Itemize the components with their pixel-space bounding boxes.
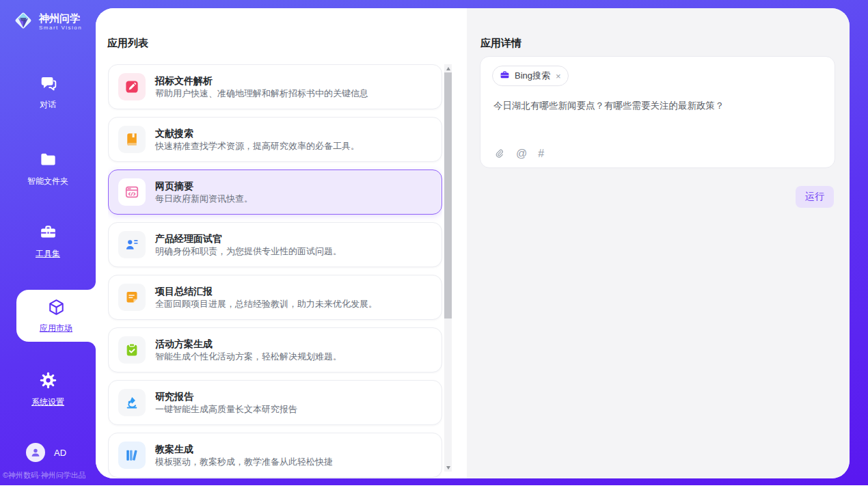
clipboard-check-icon bbox=[118, 336, 146, 364]
app-card-description: 帮助用户快速、准确地理解和解析招标书中的关键信息 bbox=[155, 89, 368, 98]
app-card-title: 教案生成 bbox=[155, 444, 333, 454]
sticky-note-icon bbox=[118, 284, 146, 311]
sidebar-item-label: 智能文件夹 bbox=[27, 176, 68, 187]
app-card-3[interactable]: 网页摘要每日政府新闻资讯快查。 bbox=[108, 170, 442, 215]
sidebar-item-4[interactable]: 应用市场 bbox=[16, 290, 96, 342]
brand-logo: 神州问学 Smart Vision bbox=[12, 10, 82, 34]
prompt-input[interactable]: 今日湖北有哪些新闻要点？有哪些需要关注的最新政策？ bbox=[493, 99, 822, 113]
scrollbar-thumb[interactable] bbox=[444, 72, 452, 318]
app-list-scrollbar[interactable] bbox=[444, 64, 452, 472]
toolbox-icon bbox=[39, 223, 57, 244]
app-card-title: 研究报告 bbox=[155, 392, 297, 401]
sidebar-item-label: 对话 bbox=[40, 99, 56, 111]
app-card-2[interactable]: 文献搜索快速精准查找学术资源，提高研究效率的必备工具。 bbox=[108, 117, 442, 162]
edit-square-icon bbox=[118, 73, 146, 100]
app-list-pane: 应用列表 招标文件解析帮助用户快速、准确地理解和解析招标书中的关键信息 文献搜索… bbox=[96, 8, 467, 478]
user-profile[interactable]: AD bbox=[26, 443, 66, 462]
app-card-5[interactable]: 项目总结汇报全面回顾项目进展，总结经验教训，助力未来优化发展。 bbox=[108, 275, 442, 320]
app-list: 招标文件解析帮助用户快速、准确地理解和解析招标书中的关键信息 文献搜索快速精准查… bbox=[108, 64, 442, 478]
triangle-up-icon bbox=[446, 67, 450, 70]
app-list-title: 应用列表 bbox=[107, 37, 148, 50]
user-name: AD bbox=[54, 448, 66, 458]
sidebar-item-label: 应用市场 bbox=[40, 323, 72, 334]
briefcase-icon bbox=[500, 70, 510, 83]
run-button[interactable]: 运行 bbox=[796, 186, 834, 208]
app-card-title: 招标文件解析 bbox=[155, 76, 368, 85]
sidebar: 神州问学 Smart Vision 对话 智能文件夹 工具集 应用市场 系统设置… bbox=[0, 0, 96, 485]
sidebar-item-label: 工具集 bbox=[36, 248, 60, 260]
app-detail-pane: 应用详情 Bing搜索 × 今日湖北有哪些新闻要点？有哪些需要关注的最新政策？ … bbox=[467, 8, 850, 478]
composer-toolbar: @ # bbox=[493, 148, 544, 159]
app-card-1[interactable]: 招标文件解析帮助用户快速、准确地理解和解析招标书中的关键信息 bbox=[108, 64, 442, 109]
browser-code-icon bbox=[118, 178, 146, 206]
copyright-footer: ©神州数码·神州问学出品 bbox=[3, 470, 96, 480]
app-card-description: 每日政府新闻资讯快查。 bbox=[155, 194, 253, 203]
tool-chip-bing-search[interactable]: Bing搜索 × bbox=[492, 66, 569, 86]
gem-logo-icon bbox=[12, 10, 34, 34]
books-icon bbox=[118, 442, 146, 469]
triangle-down-icon bbox=[446, 466, 450, 470]
app-card-6[interactable]: 活动方案生成智能生成个性化活动方案，轻松解决规划难题。 bbox=[108, 327, 442, 372]
app-card-title: 文献搜索 bbox=[155, 128, 360, 138]
app-card-description: 模板驱动，教案秒成，教学准备从此轻松快捷 bbox=[155, 457, 333, 466]
app-card-title: 产品经理面试官 bbox=[155, 234, 342, 243]
app-detail-title: 应用详情 bbox=[480, 37, 521, 50]
interviewer-icon bbox=[118, 231, 146, 258]
app-card-description: 快速精准查找学术资源，提高研究效率的必备工具。 bbox=[155, 141, 360, 150]
app-card-description: 明确身份和职责，为您提供专业性的面试问题。 bbox=[155, 247, 342, 256]
gear-icon bbox=[39, 371, 57, 392]
app-card-8[interactable]: 教案生成模板驱动，教案秒成，教学准备从此轻松快捷 bbox=[108, 433, 442, 478]
sidebar-item-2[interactable]: 智能文件夹 bbox=[0, 150, 96, 187]
sidebar-item-3[interactable]: 工具集 bbox=[0, 223, 96, 260]
app-card-description: 智能生成个性化活动方案，轻松解决规划难题。 bbox=[155, 352, 342, 361]
sidebar-item-label: 系统设置 bbox=[31, 396, 64, 408]
app-card-description: 一键智能生成高质量长文本研究报告 bbox=[155, 405, 297, 414]
attachment-icon[interactable] bbox=[493, 148, 505, 159]
book-icon bbox=[118, 126, 146, 153]
scroll-up-button[interactable] bbox=[444, 64, 452, 72]
sidebar-item-1[interactable]: 对话 bbox=[0, 74, 96, 111]
app-card-description: 全面回顾项目进展，总结经验教训，助力未来优化发展。 bbox=[155, 299, 377, 308]
hashtag-icon[interactable]: # bbox=[538, 148, 544, 159]
sidebar-item-5[interactable]: 系统设置 bbox=[0, 371, 96, 408]
microscope-icon bbox=[118, 389, 146, 416]
scroll-down-button[interactable] bbox=[444, 463, 452, 472]
app-card-title: 项目总结汇报 bbox=[155, 286, 377, 296]
brand-name: 神州问学 bbox=[39, 12, 82, 25]
brand-subtitle: Smart Vision bbox=[39, 25, 82, 31]
avatar bbox=[26, 443, 45, 462]
tool-chip-label: Bing搜索 bbox=[515, 70, 550, 82]
folder-icon bbox=[39, 150, 57, 172]
app-card-4[interactable]: 产品经理面试官明确身份和职责，为您提供专业性的面试问题。 bbox=[108, 222, 442, 267]
app-card-7[interactable]: 研究报告一键智能生成高质量长文本研究报告 bbox=[108, 380, 442, 425]
chat-icon bbox=[39, 74, 57, 95]
app-card-title: 网页摘要 bbox=[155, 181, 253, 191]
mention-icon[interactable]: @ bbox=[516, 148, 527, 159]
prompt-card: Bing搜索 × 今日湖北有哪些新闻要点？有哪些需要关注的最新政策？ @ # bbox=[480, 56, 835, 168]
main-panel: 应用列表 招标文件解析帮助用户快速、准确地理解和解析招标书中的关键信息 文献搜索… bbox=[96, 8, 850, 478]
close-icon[interactable]: × bbox=[556, 72, 561, 81]
app-card-title: 活动方案生成 bbox=[155, 339, 342, 349]
cube-icon bbox=[47, 298, 66, 319]
